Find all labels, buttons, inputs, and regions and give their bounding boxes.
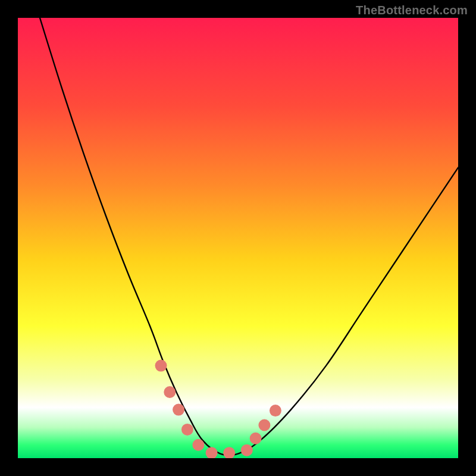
marker-dot [258,419,270,431]
marker-dot [270,405,281,416]
marker-dot [155,360,167,372]
chart-svg [18,18,458,458]
marker-dot [192,439,204,451]
marker-dot [241,444,253,456]
marker-dot [250,433,262,444]
gradient-background [18,18,458,458]
marker-dot [173,404,184,416]
marker-dot [164,386,176,398]
marker-dot [181,424,193,436]
watermark-text: TheBottleneck.com [356,4,468,17]
chart-stage: TheBottleneck.com [0,0,476,476]
plot-area [18,18,458,458]
